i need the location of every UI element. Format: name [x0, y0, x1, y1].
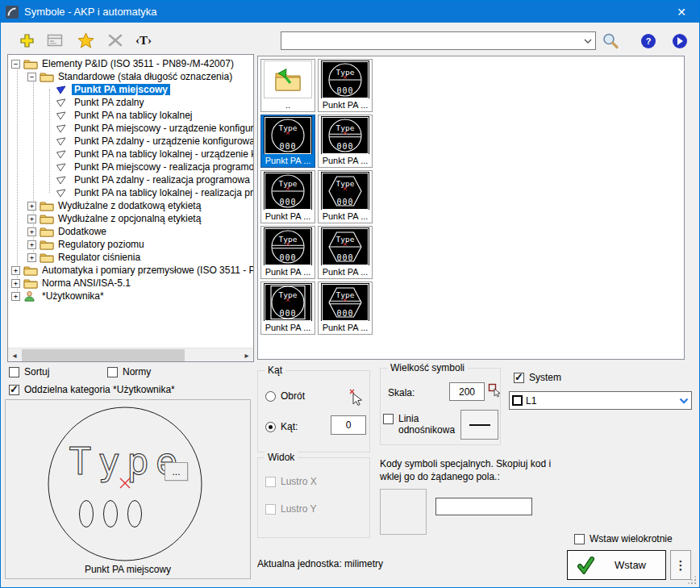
checkbox-box[interactable]	[265, 477, 276, 487]
titlebar[interactable]: Symbole - AKP i automatyka ✕	[1, 1, 699, 23]
expand-icon[interactable]: +	[11, 266, 20, 275]
leader-line-style-button[interactable]	[460, 410, 498, 440]
symbol-cell[interactable]: Type000Punkt PA ...	[260, 170, 315, 223]
angle-input[interactable]	[331, 415, 366, 435]
tree-item[interactable]: Punkt PA miejscowy	[8, 83, 253, 96]
add-symbol-button[interactable]	[15, 30, 38, 51]
tree-item-label[interactable]: Wydłużalne z opcjonalną etykietą	[56, 213, 203, 224]
radio-circle[interactable]	[265, 391, 276, 402]
expand-icon[interactable]: +	[27, 227, 36, 236]
symbol-cell[interactable]: Type000Punkt PA ...	[318, 115, 373, 168]
mirror-x-checkbox[interactable]: Lustro X	[265, 476, 317, 487]
scrollbar-thumb[interactable]	[22, 349, 185, 361]
insert-button[interactable]: Wstaw	[567, 550, 666, 580]
rotation-radio[interactable]: Obrót	[265, 390, 305, 402]
run-button[interactable]	[673, 34, 687, 48]
tree-item-label[interactable]: Automatyka i pomiary przemysłowe (ISO 35…	[40, 265, 253, 276]
search-combobox[interactable]	[281, 31, 596, 50]
checkbox-box[interactable]	[383, 414, 394, 424]
tree-item[interactable]: Punkt PA miejscowy - realizacja programo…	[8, 161, 253, 173]
tree-item-label[interactable]: Punkt PA zdalny - realizacja programowa	[72, 174, 252, 186]
collapse-icon[interactable]: −	[27, 73, 36, 81]
tree-item[interactable]: +Automatyka i pomiary przemysłowe (ISO 3…	[8, 264, 253, 277]
scroll-right-icon[interactable]: ▸	[240, 348, 253, 362]
favorites-button[interactable]	[74, 30, 97, 51]
tree-item-label[interactable]: Punkt PA miejscowy	[72, 84, 170, 95]
tree-item[interactable]: Punkt PA miejscowy - urządzenie konfigur…	[8, 122, 253, 135]
symbol-cell[interactable]: Type000Punkt PA ...	[318, 281, 373, 335]
pick-scale-button[interactable]	[488, 383, 502, 400]
tree-item[interactable]: Punkt PA zdalny - realizacja programowa	[8, 173, 253, 186]
tree-item[interactable]: Punkt PA na tablicy lokalnej - realizacj…	[8, 186, 253, 199]
tree-item-label[interactable]: Punkt PA na tablicy lokalnej - urządzeni…	[72, 148, 253, 160]
tree-item-label[interactable]: *Użytkownika*	[40, 290, 106, 302]
tree-item-label[interactable]: Regulator ciśnienia	[56, 252, 143, 263]
tree-item-label[interactable]: Punkt PA zdalny	[72, 97, 147, 108]
scale-input[interactable]	[449, 382, 485, 401]
expand-icon[interactable]: +	[11, 292, 20, 301]
search-input[interactable]	[281, 32, 581, 49]
tree-item[interactable]: +Dodatkowe	[8, 225, 253, 238]
chevron-down-icon[interactable]	[677, 392, 691, 409]
folder-up-cell[interactable]: ..	[260, 59, 315, 112]
tree-item[interactable]: +Regulator ciśnienia	[8, 251, 253, 264]
expand-icon[interactable]: +	[27, 240, 36, 249]
tree-item-label[interactable]: Punkt PA na tablicy lokalnej	[72, 110, 195, 121]
checkbox-box[interactable]	[9, 385, 19, 395]
tree-item[interactable]: +*Użytkownika*	[8, 290, 253, 302]
checkbox-box[interactable]	[514, 373, 524, 383]
mirror-y-checkbox[interactable]: Lustro Y	[265, 503, 316, 515]
tree-item[interactable]: −Standardowe (stała długość oznaczenia)	[8, 70, 253, 83]
tree-item[interactable]: Punkt PA na tablicy lokalnej - urządzeni…	[8, 148, 253, 161]
tree-horizontal-scrollbar[interactable]: ◂ ▸	[8, 348, 253, 361]
insert-multiple-checkbox[interactable]: Wstaw wielokrotnie	[574, 533, 673, 544]
expand-icon[interactable]: +	[27, 215, 36, 223]
resize-grip[interactable]	[687, 575, 697, 585]
tree-item[interactable]: +Regulatory poziomu	[8, 238, 253, 251]
symbol-cell[interactable]: Type000Punkt PA ...	[318, 59, 373, 112]
tree-item[interactable]: +Wydłużalne z dodatkową etykietą	[8, 199, 253, 212]
symbol-cell[interactable]: Type000Punkt PA ...	[260, 281, 315, 335]
form-button[interactable]	[44, 30, 66, 51]
tree-item-label[interactable]: Elementy P&ID (ISO 3511 - PN89-/M-42007)	[40, 58, 236, 69]
delete-button[interactable]	[104, 30, 127, 51]
tree-item[interactable]: Punkt PA na tablicy lokalnej	[8, 109, 253, 122]
tree-item-label[interactable]: Dodatkowe	[56, 226, 109, 237]
checkbox-box[interactable]	[265, 504, 276, 515]
checkbox-box[interactable]	[107, 367, 118, 377]
checkbox-box[interactable]	[574, 534, 585, 544]
tree-item[interactable]: +Norma ANSI/ISA-5.1	[8, 277, 253, 290]
tree-item-label[interactable]: Wydłużalne z dodatkową etykietą	[56, 200, 203, 211]
symbol-cell[interactable]: Type000Punkt PA ...	[260, 115, 315, 168]
leader-line-checkbox[interactable]: Linia odnośnikowa	[383, 413, 457, 436]
chevron-down-icon[interactable]	[581, 32, 595, 49]
search-button[interactable]	[599, 31, 622, 52]
angle-radio[interactable]: Kąt:	[265, 421, 298, 432]
close-button[interactable]: ✕	[664, 1, 699, 23]
symbol-cell[interactable]: Type000Punkt PA ...	[318, 170, 373, 223]
help-button[interactable]: ?	[641, 34, 656, 48]
radio-circle[interactable]	[265, 422, 276, 432]
text-symbol-button[interactable]: ‹T›	[132, 30, 155, 51]
expand-icon[interactable]: +	[11, 279, 20, 288]
checkbox-box[interactable]	[9, 367, 19, 377]
tree-item-label[interactable]: Punkt PA zdalny - urządzenie konfigurowa…	[72, 136, 253, 147]
tree-item-label[interactable]: Punkt PA na tablicy lokalnej - realizacj…	[72, 187, 253, 198]
user-category-checkbox[interactable]: Oddzielna kategoria *Użytkownika*	[9, 384, 175, 395]
system-combobox[interactable]: L1	[509, 391, 692, 410]
expand-icon[interactable]: +	[27, 202, 36, 211]
sortuj-checkbox[interactable]: Sortuj	[9, 366, 49, 377]
tree-item-label[interactable]: Punkt PA miejscowy - urządzenie konfigur…	[72, 123, 253, 134]
symbol-cell[interactable]: Type000Punkt PA ...	[318, 226, 373, 279]
collapse-icon[interactable]: −	[11, 60, 20, 69]
scroll-left-icon[interactable]: ◂	[8, 348, 21, 362]
symbol-cell[interactable]: Type000Punkt PA ...	[260, 226, 315, 279]
special-code-input[interactable]	[435, 498, 532, 515]
tree-item[interactable]: Punkt PA zdalny - urządzenie konfigurowa…	[8, 135, 253, 148]
expand-icon[interactable]: +	[27, 253, 36, 262]
tree-item-label[interactable]: Norma ANSI/ISA-5.1	[40, 277, 133, 289]
tree-item-label[interactable]: Punkt PA miejscowy - realizacja programo…	[72, 161, 253, 173]
tree-item[interactable]: Punkt PA zdalny	[8, 96, 253, 109]
tree-item-label[interactable]: Standardowe (stała długość oznaczenia)	[56, 71, 235, 82]
tree-item[interactable]: −Elementy P&ID (ISO 3511 - PN89-/M-42007…	[8, 57, 253, 70]
